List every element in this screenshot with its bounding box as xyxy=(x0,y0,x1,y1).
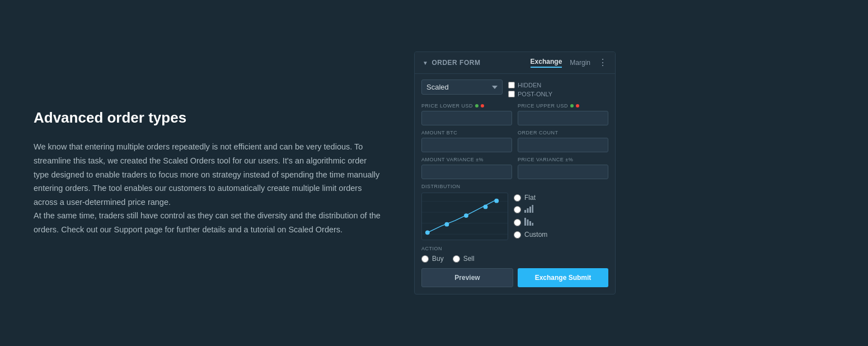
dist-increasing-icon xyxy=(524,205,533,214)
svg-point-8 xyxy=(494,199,499,203)
action-sell-label: Sell xyxy=(463,255,475,263)
price-lower-label: PRICE LOWER USD xyxy=(421,103,512,109)
price-fields-row: PRICE LOWER USD PRICE UPPER USD xyxy=(421,103,608,125)
dist-custom-option[interactable]: Custom xyxy=(514,231,547,239)
exchange-submit-button[interactable]: Exchange Submit xyxy=(518,268,608,287)
action-section: ACTION Buy Sell xyxy=(421,246,608,263)
dist-decreasing-option[interactable] xyxy=(514,218,547,227)
tab-margin[interactable]: Margin xyxy=(570,59,590,67)
distribution-content: Flat xyxy=(421,193,608,240)
svg-rect-9 xyxy=(524,210,526,213)
left-content: Advanced order types We know that enteri… xyxy=(34,109,414,236)
action-buy-label: Buy xyxy=(432,255,444,263)
action-buy-option[interactable]: Buy xyxy=(421,255,444,263)
amount-variance-group: AMOUNT VARIANCE ±% xyxy=(421,157,512,179)
dist-flat-option[interactable]: Flat xyxy=(514,194,547,202)
panel-header-title-group: ▼ ORDER FORM xyxy=(423,59,480,67)
price-upper-label: PRICE UPPER USD xyxy=(518,103,608,109)
svg-point-5 xyxy=(444,222,449,227)
post-only-checkbox-label[interactable]: POST-ONLY xyxy=(508,91,552,97)
dot-green-icon xyxy=(475,104,478,107)
order-count-label: ORDER COUNT xyxy=(518,130,608,135)
post-only-label: POST-ONLY xyxy=(518,91,552,97)
dist-custom-label: Custom xyxy=(524,231,547,239)
svg-rect-14 xyxy=(527,219,529,226)
main-container: Advanced order types We know that enteri… xyxy=(0,0,868,346)
dist-custom-radio[interactable] xyxy=(514,231,521,239)
price-variance-input[interactable] xyxy=(518,165,608,179)
dist-increasing-radio[interactable] xyxy=(514,206,521,213)
page-description: We know that entering multiple orders re… xyxy=(34,140,381,236)
panel-header-tabs: Exchange Margin ⋮ xyxy=(531,58,607,68)
action-radio-group: Buy Sell xyxy=(421,255,608,263)
price-upper-input[interactable] xyxy=(518,111,608,125)
hidden-label: HIDDEN xyxy=(518,82,541,88)
price-lower-group: PRICE LOWER USD xyxy=(421,103,512,125)
price-variance-label: PRICE VARIANCE ±% xyxy=(518,157,608,162)
amount-btc-group: AMOUNT BTC xyxy=(421,130,512,152)
distribution-section: DISTRIBUTION xyxy=(421,184,608,240)
order-count-group: ORDER COUNT xyxy=(518,130,608,152)
post-only-checkbox[interactable] xyxy=(508,91,515,97)
variance-row: AMOUNT VARIANCE ±% PRICE VARIANCE ±% xyxy=(421,157,608,179)
svg-point-6 xyxy=(464,213,468,218)
type-row: Scaled Limit Market Stop HIDDEN POST-ONL… xyxy=(421,80,608,97)
amount-variance-input[interactable] xyxy=(421,165,512,179)
panel-body: Scaled Limit Market Stop HIDDEN POST-ONL… xyxy=(415,74,615,294)
order-options-checkboxes: HIDDEN POST-ONLY xyxy=(508,80,552,97)
distribution-chart xyxy=(421,193,508,240)
tab-exchange[interactable]: Exchange xyxy=(531,58,562,68)
order-form-panel: ▼ ORDER FORM Exchange Margin ⋮ Scaled Li… xyxy=(414,52,616,294)
panel-header: ▼ ORDER FORM Exchange Margin ⋮ xyxy=(415,52,615,74)
dot-red-icon2 xyxy=(576,104,579,107)
amount-variance-label: AMOUNT VARIANCE ±% xyxy=(421,157,512,162)
order-count-input[interactable] xyxy=(518,138,608,152)
hidden-checkbox[interactable] xyxy=(508,82,515,88)
dist-decreasing-radio[interactable] xyxy=(514,219,521,226)
svg-rect-16 xyxy=(532,223,534,226)
more-options-icon[interactable]: ⋮ xyxy=(598,58,607,67)
svg-rect-12 xyxy=(532,205,534,213)
dot-red-icon xyxy=(481,104,484,107)
price-upper-group: PRICE UPPER USD xyxy=(518,103,608,125)
amount-btc-input[interactable] xyxy=(421,138,512,152)
button-row: Preview Exchange Submit xyxy=(421,268,608,287)
svg-point-7 xyxy=(484,205,488,209)
price-lower-input[interactable] xyxy=(421,111,512,125)
hidden-checkbox-label[interactable]: HIDDEN xyxy=(508,82,552,88)
amount-count-row: AMOUNT BTC ORDER COUNT xyxy=(421,130,608,152)
collapse-icon[interactable]: ▼ xyxy=(423,60,428,66)
svg-rect-11 xyxy=(529,207,531,213)
action-label: ACTION xyxy=(421,246,608,251)
action-sell-option[interactable]: Sell xyxy=(453,255,475,263)
preview-button[interactable]: Preview xyxy=(421,268,513,287)
dist-flat-label: Flat xyxy=(524,194,536,202)
amount-btc-label: AMOUNT BTC xyxy=(421,130,512,135)
action-buy-radio[interactable] xyxy=(421,255,429,263)
page-heading: Advanced order types xyxy=(34,109,381,127)
dist-decreasing-icon xyxy=(524,218,533,227)
dot-green-icon2 xyxy=(570,104,574,107)
panel-title: ORDER FORM xyxy=(431,59,480,67)
distribution-radio-group: Flat xyxy=(514,193,547,240)
distribution-label: DISTRIBUTION xyxy=(421,184,608,189)
order-type-select[interactable]: Scaled Limit Market Stop xyxy=(421,80,503,95)
distribution-svg xyxy=(422,193,508,240)
action-sell-radio[interactable] xyxy=(453,255,460,263)
svg-rect-10 xyxy=(527,208,529,213)
svg-rect-15 xyxy=(529,221,531,226)
dist-increasing-option[interactable] xyxy=(514,205,547,214)
svg-point-4 xyxy=(425,230,430,235)
price-variance-group: PRICE VARIANCE ±% xyxy=(518,157,608,179)
svg-rect-13 xyxy=(524,218,526,226)
dist-flat-radio[interactable] xyxy=(514,194,521,202)
